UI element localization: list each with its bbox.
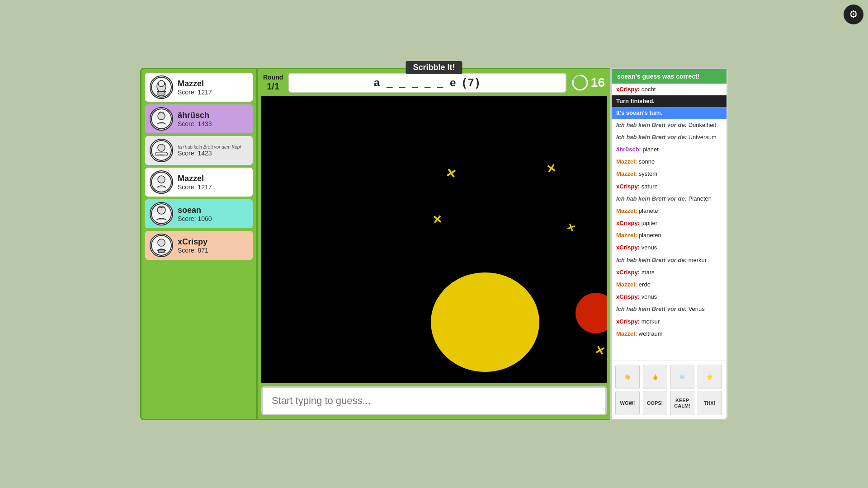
player-card-mazzel-top: Mazzel Score: 1217: [145, 73, 253, 102]
avatar-xcrispy: [150, 234, 173, 257]
chat-message-text: weltraum: [639, 330, 663, 337]
chat-message-item: xCrispy: mars: [612, 267, 726, 278]
chat-message-item: Mazzel: sonne: [612, 156, 726, 168]
chat-message-text: system: [639, 170, 657, 177]
chat-message-item: Mazzel: planete: [612, 205, 726, 217]
player-score-mazzel2: Score: 1217: [178, 183, 212, 191]
chat-sender-label: xCrispy:: [616, 269, 642, 276]
player-card-xcrispy: xCrispy Score: 871: [145, 231, 253, 260]
player-info-noname: Ich hab kein Brett vor dem Kopf Score: 1…: [178, 145, 241, 157]
its-turn-msg: It's soean's turn.: [612, 107, 726, 119]
player-score-xcrispy: Score: 871: [178, 247, 208, 254]
emote-button-❄️[interactable]: ❄️: [670, 365, 694, 389]
chat-sender-label: xCrispy:: [616, 244, 642, 251]
chat-panel: soean's guess was correct! xCrispy: doch…: [610, 68, 728, 420]
xcrispy-docht-msg: xCrispy: docht: [612, 84, 726, 95]
chat-sender-label: Ich hab kein Brett vor de:: [616, 195, 689, 202]
chat-sender-label: Mazzel:: [616, 330, 639, 337]
player-speech: Ich hab kein Brett vor dem Kopf: [178, 145, 241, 150]
planet-red: [576, 293, 607, 333]
timer-display: 16: [591, 75, 605, 90]
chat-message-text: Planeten: [689, 195, 712, 202]
emote-grid: 👋👍❄️🌟WOW!OOPS!KEEP CALM!THX!: [612, 361, 726, 419]
chat-sender-label: Mazzel:: [616, 170, 639, 177]
star-cross-6: ✕: [593, 343, 606, 359]
chat-sender-label: Mazzel:: [616, 232, 639, 239]
player-name-mazzel2: Mazzel: [178, 174, 212, 183]
guess-input-area: [258, 383, 610, 419]
chat-sender-label: xCrispy:: [616, 183, 642, 190]
chat-message-text: merkur: [642, 318, 660, 325]
chat-message-item: xCrispy: venus: [612, 291, 726, 303]
settings-button[interactable]: ⚙: [844, 5, 863, 24]
player-card-empty: [145, 263, 253, 415]
chat-messages-list: Ich hab kein Brett vor de: DunkelheitIch…: [612, 119, 726, 361]
svg-point-2: [158, 80, 165, 87]
guess-input[interactable]: [261, 386, 607, 415]
chat-message-text: planete: [639, 207, 658, 214]
chat-message-text: erde: [639, 281, 651, 288]
chat-sender-label: Mazzel:: [616, 158, 639, 165]
avatar-noname: speech: [150, 139, 173, 162]
chat-message-item: Mazzel: planeten: [612, 230, 726, 241]
player-card-ahrüsch: ährüsch Score: 1433: [145, 104, 253, 133]
emote-button-👍[interactable]: 👍: [643, 365, 667, 389]
chat-message-text: sonne: [639, 158, 655, 165]
avatar-ahrüsch: [150, 107, 173, 131]
player-name-ahrüsch: ährüsch: [178, 111, 212, 120]
player-score-ahrüsch: Score: 1433: [178, 120, 212, 127]
star-cross-2: ✕: [545, 161, 557, 176]
player-score-soean: Score: 1060: [178, 215, 212, 222]
chat-message-text: planet: [643, 146, 659, 153]
svg-rect-4: [158, 92, 165, 95]
star-cross-4: ✕: [432, 212, 443, 227]
chat-message-item: Ich hab kein Brett vor de: merkur: [612, 254, 726, 266]
svg-point-6: [158, 113, 165, 120]
chat-sender-label: Ich hab kein Brett vor de:: [616, 122, 689, 128]
chat-message-text: planeten: [639, 232, 661, 239]
chat-sender-label: xCrispy:: [616, 293, 642, 300]
chat-sender-label: Ich hab kein Brett vor de:: [616, 257, 689, 263]
chat-message-item: Mazzel: system: [612, 168, 726, 180]
chat-sender-label: Ich hab kein Brett vor de:: [616, 305, 689, 312]
game-title: Scribble It!: [406, 61, 462, 74]
chat-sender-label: xCrispy:: [616, 318, 642, 325]
chat-message-item: Ich hab kein Brett vor de: Universum: [612, 131, 726, 143]
round-label: Round: [263, 74, 283, 81]
chat-message-text: merkur: [689, 257, 707, 263]
round-value: 1/1: [267, 81, 279, 91]
timer-container: 16: [572, 75, 605, 91]
emote-button-oops[interactable]: OOPS!: [643, 391, 667, 415]
star-cross-5: ✕: [564, 221, 576, 235]
player-info-ahrüsch: ährüsch Score: 1433: [178, 111, 212, 127]
player-card-soean: soean Score: 1060: [145, 199, 253, 228]
chat-message-item: Mazzel: erde: [612, 279, 726, 291]
svg-point-10: [158, 144, 165, 151]
avatar-soean: [150, 202, 173, 225]
svg-text:speech: speech: [157, 153, 165, 156]
chat-message-text: Venus: [689, 305, 705, 312]
chat-message-text: Dunkelheit: [689, 122, 716, 128]
chat-message-item: xCrispy: venus: [612, 242, 726, 253]
emote-button-👋[interactable]: 👋: [615, 365, 640, 389]
game-header: Scribble It! Round 1/1 a _ _ _ _ _ e (7)…: [258, 69, 610, 96]
chat-message-item: Ich hab kein Brett vor de: Venus: [612, 303, 726, 315]
chat-message-item: ährüsch: planet: [612, 144, 726, 155]
gear-icon: ⚙: [849, 9, 858, 20]
emote-button-🌟[interactable]: 🌟: [698, 365, 722, 389]
player-info-xcrispy: xCrispy Score: 871: [178, 237, 208, 254]
xcrispy-sender: xCrispy:: [616, 86, 642, 93]
planet-sun: [431, 272, 539, 372]
chat-sender-label: Mazzel:: [616, 207, 639, 214]
emote-button-wow[interactable]: WOW!: [615, 391, 640, 415]
emote-button-thx[interactable]: THX!: [698, 391, 722, 415]
player-score-mazzel-top: Score: 1217: [178, 89, 212, 96]
player-info-soean: soean Score: 1060: [178, 206, 212, 222]
chat-message-text: venus: [642, 293, 657, 300]
player-card-noname: speech Ich hab kein Brett vor dem Kopf S…: [145, 136, 253, 165]
svg-rect-20: [158, 250, 165, 253]
turn-finished-msg: Turn finished.: [612, 95, 726, 107]
chat-message-item: xCrispy: jupiter: [612, 217, 726, 229]
avatar-mazzel2: [150, 170, 173, 194]
emote-button-keep-calm[interactable]: KEEP CALM!: [670, 391, 694, 415]
